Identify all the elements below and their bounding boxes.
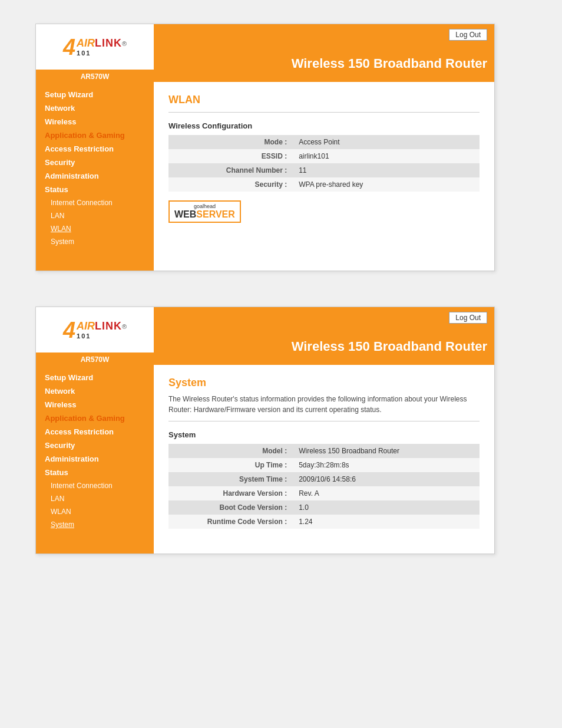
description-text: The Wireless Router's status information… (168, 394, 480, 415)
sidebar-item-access-restriction-2[interactable]: Access Restriction (36, 425, 154, 439)
router-title: Wireless 150 Broadband Router (292, 56, 487, 77)
logo-air: AIR (77, 37, 95, 50)
row-label: Up Time : (168, 458, 293, 472)
table-row: Boot Code Version : 1.0 (168, 500, 480, 515)
panel-header-2: 4 AIRLINK® 101 AR570W Log Out Wireless 1… (36, 307, 494, 365)
system-table: Model : Wireless 150 Broadband Router Up… (168, 444, 480, 529)
content-title-2: System (168, 377, 480, 389)
row-label: Model : (168, 444, 293, 458)
section-label: Wireless Configuration (168, 121, 480, 130)
webserver-badge: goalhead WEBSERVER (168, 200, 241, 223)
panel-body: Setup Wizard Network Wireless Applicatio… (36, 82, 494, 271)
table-row: Model : Wireless 150 Broadband Router (168, 444, 480, 458)
logo-link: LINK (95, 37, 122, 50)
content-title: WLAN (168, 94, 480, 106)
table-row: Hardware Version : Rev. A (168, 486, 480, 500)
server-text: SERVER (196, 209, 235, 219)
row-value: Rev. A (293, 486, 480, 500)
sidebar: Setup Wizard Network Wireless Applicatio… (36, 82, 154, 271)
table-row: Up Time : 5day:3h:28m:8s (168, 458, 480, 472)
row-value: 1.0 (293, 500, 480, 515)
sidebar-item-app-gaming[interactable]: Application & Gaming (36, 129, 154, 142)
table-row: System Time : 2009/10/6 14:58:6 (168, 472, 480, 486)
table-row: Mode : Access Point (168, 135, 480, 149)
row-value: 5day:3h:28m:8s (293, 458, 480, 472)
sidebar-item-security[interactable]: Security (36, 156, 154, 169)
table-row: Channel Number : 11 (168, 163, 480, 177)
sidebar-item-setup-wizard[interactable]: Setup Wizard (36, 88, 154, 101)
panel-body-2: Setup Wizard Network Wireless Applicatio… (36, 365, 494, 554)
sidebar-item-network-2[interactable]: Network (36, 384, 154, 398)
sidebar-item-security-2[interactable]: Security (36, 439, 154, 452)
model-label-2: AR570W (36, 354, 154, 365)
row-label: ESSID : (168, 149, 293, 163)
main-content: WLAN Wireless Configuration Mode : Acces… (154, 82, 494, 271)
sidebar-item-system[interactable]: System (36, 235, 154, 248)
logo-101-2: 101 (77, 332, 91, 340)
main-content-2: System The Wireless Router's status info… (154, 365, 494, 554)
config-table: Mode : Access Point ESSID : airlink101 C… (168, 135, 480, 192)
divider (168, 112, 480, 113)
sidebar-item-wlan-2[interactable]: WLAN (36, 505, 154, 518)
table-row: Security : WPA pre-shared key (168, 177, 480, 192)
logout-button[interactable]: Log Out (449, 29, 487, 41)
panel-wlan: 4 AIRLINK® 101 AR570W Log Out Wireless 1… (35, 24, 495, 271)
row-label: System Time : (168, 472, 293, 486)
row-value: airlink101 (293, 149, 480, 163)
row-label: Security : (168, 177, 293, 192)
row-value: WPA pre-shared key (293, 177, 480, 192)
sidebar-item-app-gaming-2[interactable]: Application & Gaming (36, 411, 154, 425)
logo-link-2: LINK (95, 320, 122, 332)
table-row: ESSID : airlink101 (168, 149, 480, 163)
logo-area: 4 AIRLINK® 101 (36, 24, 154, 71)
panel-header: 4 AIRLINK® 101 AR570W Log Out Wireless 1… (36, 24, 494, 82)
row-value: Wireless 150 Broadband Router (293, 444, 480, 458)
row-label: Boot Code Version : (168, 500, 293, 515)
row-label: Channel Number : (168, 163, 293, 177)
sidebar-item-network[interactable]: Network (36, 101, 154, 115)
logo-4-icon: 4 (63, 36, 75, 58)
model-label: AR570W (36, 71, 154, 82)
row-value: 11 (293, 163, 480, 177)
sidebar-item-wlan[interactable]: WLAN (36, 222, 154, 235)
row-value: Access Point (293, 135, 480, 149)
web-text: WEB (174, 209, 196, 219)
header-right-2: Log Out Wireless 150 Broadband Router (154, 307, 494, 365)
logo-reg-icon-2: ® (122, 323, 127, 330)
goalhead-text: goalhead (174, 203, 235, 209)
sidebar-status-header-2: Status (36, 466, 154, 479)
section-label-2: System (168, 430, 480, 439)
logo-4-icon-2: 4 (63, 319, 75, 341)
sidebar-item-system-2[interactable]: System (36, 518, 154, 531)
row-label: Runtime Code Version : (168, 515, 293, 529)
logo-air-2: AIR (77, 320, 95, 332)
sidebar-item-administration[interactable]: Administration (36, 169, 154, 183)
sidebar-2: Setup Wizard Network Wireless Applicatio… (36, 365, 154, 554)
sidebar-item-setup-wizard-2[interactable]: Setup Wizard (36, 371, 154, 384)
sidebar-item-internet-connection[interactable]: Internet Connection (36, 196, 154, 209)
router-title-2: Wireless 150 Broadband Router (292, 339, 487, 360)
logo-right-2: AIRLINK® 101 (77, 320, 127, 340)
logo-right: AIRLINK® 101 (77, 37, 127, 57)
sidebar-item-administration-2[interactable]: Administration (36, 452, 154, 466)
sidebar-status-header: Status (36, 183, 154, 196)
logo-101: 101 (77, 50, 91, 57)
sidebar-item-internet-connection-2[interactable]: Internet Connection (36, 479, 154, 492)
row-label: Hardware Version : (168, 486, 293, 500)
sidebar-item-wireless-2[interactable]: Wireless (36, 398, 154, 411)
logo-reg-icon: ® (122, 40, 127, 47)
logout-button-2[interactable]: Log Out (449, 312, 487, 324)
airlink-logo-2: 4 AIRLINK® 101 (63, 319, 127, 341)
divider-2 (168, 421, 480, 421)
header-right: Log Out Wireless 150 Broadband Router (154, 24, 494, 82)
row-value: 2009/10/6 14:58:6 (293, 472, 480, 486)
logo-area-2: 4 AIRLINK® 101 (36, 307, 154, 354)
sidebar-item-lan[interactable]: LAN (36, 209, 154, 222)
sidebar-item-lan-2[interactable]: LAN (36, 492, 154, 505)
airlink-logo: 4 AIRLINK® 101 (63, 36, 127, 58)
row-label: Mode : (168, 135, 293, 149)
row-value: 1.24 (293, 515, 480, 529)
sidebar-item-wireless[interactable]: Wireless (36, 115, 154, 129)
table-row: Runtime Code Version : 1.24 (168, 515, 480, 529)
sidebar-item-access-restriction[interactable]: Access Restriction (36, 142, 154, 156)
